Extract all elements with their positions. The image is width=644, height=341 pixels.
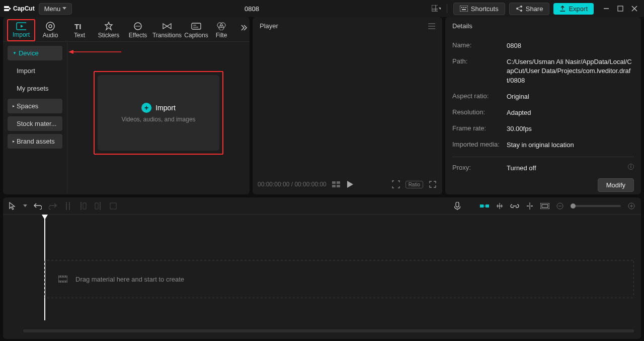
- svg-rect-9: [462, 9, 466, 10]
- caret-down-icon: ▼: [13, 51, 17, 55]
- split-button[interactable]: [63, 201, 72, 211]
- media-sidebar: ▼Device Import My presets ▸Spaces Stock …: [3, 42, 67, 193]
- tab-import[interactable]: Import: [7, 19, 35, 41]
- linkage-button[interactable]: [510, 201, 519, 211]
- player-viewport: [253, 35, 442, 166]
- caret-right-icon: ▸: [13, 139, 15, 144]
- zoom-thumb[interactable]: [571, 203, 576, 209]
- import-card-title: Import: [155, 104, 176, 112]
- redo-button[interactable]: [48, 201, 57, 211]
- tabs-scroll-right[interactable]: [240, 24, 248, 31]
- minimize-button[interactable]: [603, 5, 610, 12]
- tab-audio[interactable]: Audio: [36, 19, 64, 41]
- close-button[interactable]: [631, 5, 638, 12]
- audio-icon: [45, 22, 55, 31]
- tab-label: Filte: [216, 32, 227, 39]
- fullscreen-button[interactable]: [428, 180, 437, 189]
- detail-row-resolution: Resolution:Adapted: [452, 105, 634, 121]
- sidebar-item-import[interactable]: Import: [8, 63, 62, 78]
- import-card-highlight: + Import Videos, audios, and images: [94, 71, 223, 155]
- details-title: Details: [452, 22, 472, 30]
- export-button[interactable]: Export: [553, 3, 594, 15]
- svg-rect-8: [465, 7, 466, 8]
- effects-icon: [133, 22, 143, 31]
- maximize-button[interactable]: [617, 5, 624, 12]
- detail-value: 0808: [507, 41, 634, 50]
- selection-tool[interactable]: [8, 201, 17, 211]
- sidebar-item-presets[interactable]: My presets: [8, 81, 62, 96]
- timeline-body[interactable]: Drag material here and start to create: [3, 215, 641, 335]
- play-button[interactable]: [346, 180, 355, 189]
- svg-rect-56: [542, 204, 548, 208]
- main-track-magnet[interactable]: [480, 201, 489, 211]
- media-body: ▼Device Import My presets ▸Spaces Stock …: [3, 42, 250, 193]
- tab-label: Captions: [184, 32, 208, 39]
- tab-text[interactable]: TI Text: [65, 19, 94, 41]
- svg-rect-6: [461, 7, 462, 8]
- detail-value: Stay in original location: [507, 141, 634, 150]
- share-icon: [516, 5, 523, 12]
- ratio-button[interactable]: Ratio: [406, 181, 423, 188]
- sidebar-item-device[interactable]: ▼Device: [8, 46, 62, 60]
- details-body: Name:0808 Path:C:/Users/Usman Ali Nasir/…: [445, 35, 641, 194]
- svg-rect-0: [4, 6, 9, 8]
- delete-button[interactable]: [109, 201, 118, 211]
- sidebar-label: Brand assets: [17, 138, 55, 145]
- detail-label: Frame rate:: [452, 124, 507, 133]
- zoom-out-button[interactable]: [555, 201, 565, 211]
- tab-filters[interactable]: Filte: [211, 19, 231, 41]
- sidebar-item-stock[interactable]: Stock mater...: [8, 116, 62, 131]
- sidebar-label: Device: [19, 49, 39, 57]
- scan-button[interactable]: [391, 180, 400, 189]
- tab-captions[interactable]: Captions: [182, 19, 210, 41]
- detail-label: Resolution:: [452, 108, 507, 117]
- delete-right-button[interactable]: [94, 201, 103, 211]
- svg-rect-35: [332, 181, 336, 184]
- player-panel: Player 00:00:00:00 / 00:00:00:00 Ratio: [253, 17, 442, 194]
- tab-effects[interactable]: Effects: [124, 19, 152, 41]
- tab-stickers[interactable]: Stickers: [95, 19, 123, 41]
- svg-rect-36: [337, 181, 340, 184]
- import-icon: [16, 22, 26, 30]
- preview-axis-button[interactable]: [525, 201, 534, 211]
- layout-button[interactable]: [432, 5, 441, 12]
- shortcuts-button[interactable]: Shortcuts: [453, 3, 505, 15]
- details-panel: Details Name:0808 Path:C:/Users/Usman Al…: [445, 17, 641, 194]
- sidebar-item-brand[interactable]: ▸Brand assets: [8, 134, 62, 149]
- detail-label: Name:: [452, 41, 507, 50]
- timeline-scrollbar[interactable]: [23, 329, 634, 332]
- svg-rect-2: [432, 5, 438, 11]
- media-strip-icon: [58, 276, 67, 283]
- hamburger-icon[interactable]: [428, 23, 435, 29]
- window-controls: [603, 5, 638, 12]
- media-content: + Import Videos, audios, and images: [67, 42, 250, 193]
- sidebar-label: My presets: [17, 85, 49, 92]
- auto-snap-button[interactable]: [495, 201, 504, 211]
- menu-button[interactable]: Menu: [39, 3, 72, 15]
- clip-preview-button[interactable]: [540, 201, 549, 211]
- svg-line-13: [518, 7, 521, 8]
- sidebar-item-spaces[interactable]: ▸Spaces: [8, 99, 62, 113]
- modify-button[interactable]: Modify: [598, 178, 634, 192]
- zoom-in-button[interactable]: [627, 201, 636, 211]
- tool-dropdown[interactable]: [23, 201, 27, 211]
- zoom-slider[interactable]: [571, 205, 621, 207]
- divider: [452, 157, 634, 157]
- import-card[interactable]: + Import Videos, audios, and images: [98, 75, 219, 151]
- delete-left-button[interactable]: [78, 201, 88, 211]
- main-grid: Import Audio TI Text Stickers Effects Tr…: [0, 17, 644, 194]
- preview-quality-button[interactable]: [332, 180, 341, 189]
- undo-button[interactable]: [33, 201, 42, 211]
- svg-rect-48: [486, 204, 489, 208]
- menu-label: Menu: [44, 5, 61, 13]
- record-audio-button[interactable]: [453, 201, 462, 211]
- keyboard-icon: [460, 6, 468, 12]
- svg-point-20: [46, 22, 54, 30]
- detail-value: C:/Users/Usman Ali Nasir/AppData/Local/C…: [507, 57, 634, 85]
- svg-rect-43: [95, 203, 98, 209]
- track-placeholder[interactable]: Drag material here and start to create: [44, 260, 634, 298]
- tab-transitions[interactable]: Transitions: [153, 19, 181, 41]
- text-icon: TI: [74, 22, 85, 31]
- share-button[interactable]: Share: [509, 3, 550, 15]
- info-icon[interactable]: i: [628, 164, 634, 170]
